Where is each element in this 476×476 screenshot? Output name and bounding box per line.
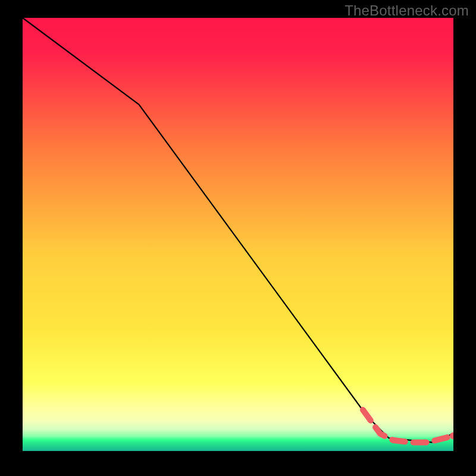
- frame-left: [0, 0, 23, 476]
- plot-area: [23, 18, 453, 451]
- watermark-label: TheBottleneck.com: [345, 2, 469, 19]
- chart-root: TheBottleneck.com: [0, 0, 476, 476]
- chart-svg: [0, 0, 476, 476]
- frame-right: [453, 0, 476, 476]
- frame-bottom: [0, 451, 476, 476]
